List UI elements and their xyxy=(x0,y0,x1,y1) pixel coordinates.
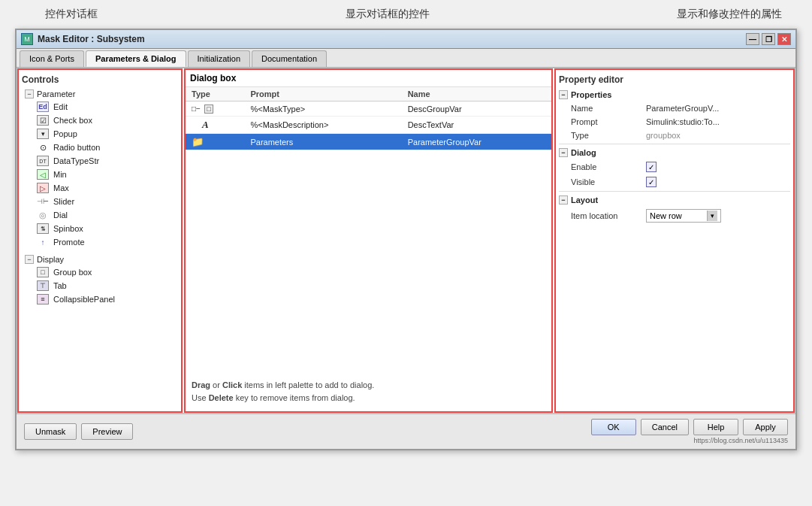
title-bar: M Mask Editor : Subsystem — ❐ ✕ xyxy=(17,30,795,49)
group-parameter-label: Parameter xyxy=(37,89,75,98)
control-max[interactable]: ▷ Max xyxy=(22,181,178,195)
control-min-label: Min xyxy=(53,170,67,179)
prop-type-value: groupbox xyxy=(646,131,787,140)
max-icon: ▷ xyxy=(37,183,49,193)
control-min[interactable]: ◁ Min xyxy=(22,168,178,181)
section-dialog-label: Dialog xyxy=(571,148,596,157)
prop-prompt-label: Prompt xyxy=(571,117,646,126)
bottom-left-buttons: Unmask Preview xyxy=(24,423,133,440)
watermark: https://blog.csdn.net/u/u113435 xyxy=(693,437,788,444)
control-max-label: Max xyxy=(53,183,69,192)
dial-icon: ◎ xyxy=(37,210,49,220)
row1-prompt: %<MaskType> xyxy=(244,102,401,117)
min-icon: ◁ xyxy=(37,169,49,180)
tab-bar: Icon & Ports Parameters & Dialog Initial… xyxy=(17,49,795,68)
control-dial-label: Dial xyxy=(53,211,68,220)
control-checkbox[interactable]: ☑ Check box xyxy=(22,114,178,127)
control-tab[interactable]: ⊤ Tab xyxy=(22,279,178,292)
row3-prompt: Parameters xyxy=(244,134,401,150)
drag-hint-line1: Drag or Click items in left palette to a… xyxy=(192,379,545,392)
prop-prompt-row: Prompt Simulink:studio:To... xyxy=(559,115,790,129)
help-button[interactable]: Help xyxy=(693,419,738,435)
control-groupbox[interactable]: □ Group box xyxy=(22,265,178,279)
window-title: Mask Editor : Subsystem xyxy=(38,34,145,44)
preview-button[interactable]: Preview xyxy=(81,423,133,440)
prop-enable-label: Enable xyxy=(571,162,646,171)
control-edit[interactable]: Ed Edit xyxy=(22,100,178,114)
dialog-section-toggle[interactable]: − xyxy=(559,148,568,157)
prop-enable-checkbox[interactable]: ✓ xyxy=(646,162,657,172)
prop-prompt-value: Simulink:studio:To... xyxy=(646,117,787,126)
apply-button[interactable]: Apply xyxy=(743,419,788,435)
tab-icon-ports[interactable]: Icon & Ports xyxy=(20,50,84,67)
group-parameter[interactable]: − Parameter xyxy=(22,88,178,100)
prop-name-label: Name xyxy=(571,104,646,113)
section-layout-label: Layout xyxy=(571,195,598,205)
group-display-label: Display xyxy=(37,255,64,264)
control-datatype-label: DataTypeStr xyxy=(53,156,99,165)
close-button[interactable]: ✕ xyxy=(777,33,791,45)
dialog-panel-title: Dialog box xyxy=(186,70,551,87)
control-spinbox[interactable]: ⇅ Spinbox xyxy=(22,222,178,235)
section-properties-label: Properties xyxy=(571,90,611,99)
control-edit-label: Edit xyxy=(53,102,68,111)
radio-icon: ⊙ xyxy=(37,142,49,153)
annotation-left: 控件对话框 xyxy=(45,8,98,21)
bottom-right-area: OK Cancel Help Apply https://blog.csdn.n… xyxy=(591,419,788,444)
control-radio[interactable]: ⊙ Radio button xyxy=(22,141,178,154)
prop-select-arrow[interactable]: ▾ xyxy=(707,211,717,221)
unmask-button[interactable]: Unmask xyxy=(24,423,77,440)
control-dial[interactable]: ◎ Dial xyxy=(22,208,178,222)
drag-hint-area: Drag or Click items in left palette to a… xyxy=(192,379,545,404)
annotation-center: 显示对话框的控件 xyxy=(346,8,430,21)
prop-itemlocation-label: Item location xyxy=(571,211,646,220)
tab-parameters-dialog[interactable]: Parameters & Dialog xyxy=(86,50,186,67)
row2-prompt: %<MaskDescription> xyxy=(244,117,401,134)
layout-toggle[interactable]: − xyxy=(559,195,568,205)
dialog-row-1[interactable]: □− □ %<MaskType> DescGroupVar xyxy=(186,102,551,117)
ok-button[interactable]: OK xyxy=(591,419,636,435)
cancel-button[interactable]: Cancel xyxy=(641,419,689,435)
row3-name: ParameterGroupVar xyxy=(402,134,551,150)
row1-name: DescGroupVar xyxy=(402,102,551,117)
controls-panel-title: Controls xyxy=(22,73,178,88)
control-groupbox-label: Group box xyxy=(53,268,92,277)
control-popup[interactable]: ▾ Popup xyxy=(22,127,178,141)
prop-itemlocation-value: New row xyxy=(650,211,707,220)
prop-itemlocation-select[interactable]: New row ▾ xyxy=(646,209,721,223)
tab-icon: ⊤ xyxy=(37,280,49,291)
content-area: Controls − Parameter Ed Edit ☑ Check box… xyxy=(17,68,795,414)
annotations-bar: 控件对话框 显示对话框的控件 显示和修改控件的属性 xyxy=(0,0,812,29)
bottom-bar: Unmask Preview OK Cancel Help Apply http… xyxy=(17,414,795,449)
collapsible-icon: ≡ xyxy=(37,294,49,305)
prop-itemlocation-row: Item location New row ▾ xyxy=(559,207,790,225)
control-popup-label: Popup xyxy=(53,129,77,138)
prop-visible-label: Visible xyxy=(571,177,646,186)
prop-name-row: Name ParameterGroupV... xyxy=(559,102,790,115)
dialog-row-2[interactable]: A %<MaskDescription> DescTextVar xyxy=(186,117,551,134)
section-layout-header: − Layout xyxy=(559,193,790,207)
control-datatype[interactable]: DT DataTypeStr xyxy=(22,154,178,168)
col-type: Type xyxy=(186,87,244,102)
property-panel: Property editor − Properties Name Parame… xyxy=(554,68,795,413)
control-slider[interactable]: ⊣⊢ Slider xyxy=(22,195,178,208)
slider-icon: ⊣⊢ xyxy=(37,196,49,207)
prop-visible-checkbox[interactable]: ✓ xyxy=(646,177,657,187)
col-prompt: Prompt xyxy=(244,87,401,102)
datatype-icon: DT xyxy=(37,156,49,166)
parameter-toggle[interactable]: − xyxy=(25,89,34,98)
restore-button[interactable]: ❐ xyxy=(762,33,775,45)
drag-hint-line2: Use Delete key to remove items from dial… xyxy=(192,392,545,404)
minimize-button[interactable]: — xyxy=(746,33,759,45)
control-promote-label: Promote xyxy=(53,238,85,247)
tab-documentation[interactable]: Documentation xyxy=(252,50,327,67)
properties-toggle[interactable]: − xyxy=(559,90,568,99)
dialog-row-3[interactable]: 📁 Parameters ParameterGroupVar xyxy=(186,134,551,150)
display-toggle[interactable]: − xyxy=(25,255,34,264)
group-display[interactable]: − Display xyxy=(22,253,178,265)
control-collapsible[interactable]: ≡ CollapsiblePanel xyxy=(22,292,178,306)
control-slider-label: Slider xyxy=(53,197,74,206)
control-promote[interactable]: ↑ Promote xyxy=(22,235,178,249)
tab-initialization[interactable]: Initialization xyxy=(188,50,250,67)
prop-enable-row: Enable ✓ xyxy=(559,159,790,174)
